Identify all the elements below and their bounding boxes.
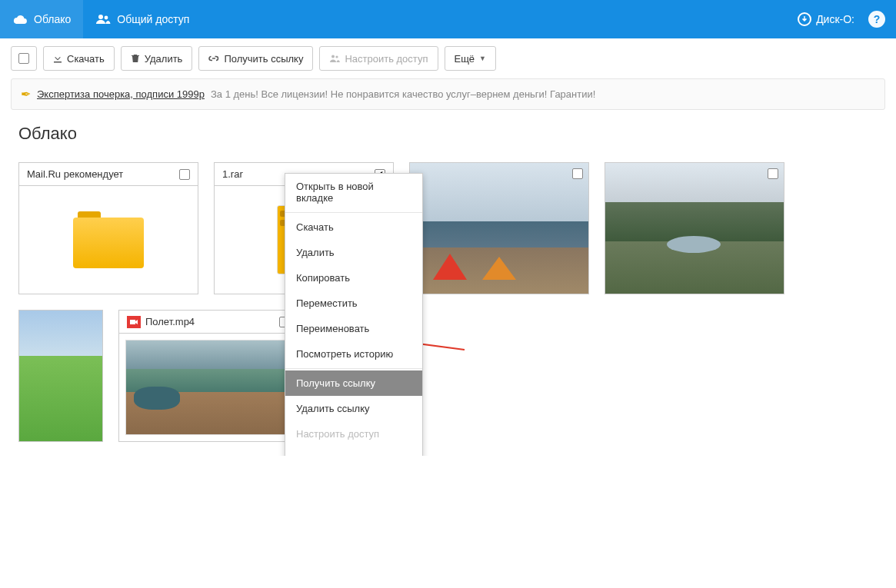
tile-checkbox[interactable] [768,168,778,179]
ad-text: За 1 день! Все лицензии! Не понравится к… [211,88,595,100]
tile-checkbox[interactable] [572,168,583,179]
ad-banner[interactable]: ✒ Экспертиза почерка, подписи 1999р За 1… [11,78,885,110]
top-nav: Облако Общий доступ Диск-О: ? [0,0,896,38]
people-small-icon [329,54,340,63]
svg-rect-4 [130,320,135,324]
toolbar: Скачать Удалить Получить ссылку Настроит… [0,38,896,78]
configure-access-label: Настроить доступ [345,53,428,65]
ctx-send-email[interactable]: Отправить по почте [285,447,422,456]
tile-photo-1[interactable] [409,162,589,294]
tile-photo-3[interactable] [18,310,103,442]
svg-point-2 [331,55,335,58]
download-button[interactable]: Скачать [43,46,115,71]
ctx-configure-access[interactable]: Настроить доступ [285,421,422,447]
photo-thumbnail [605,163,784,294]
get-link-button[interactable]: Получить ссылку [198,46,313,71]
video-thumbnail [125,340,291,435]
checkbox-icon [18,53,29,64]
ctx-copy[interactable]: Копировать [285,265,422,291]
photo-thumbnail [410,163,588,294]
delete-label: Удалить [145,53,183,65]
tile-video[interactable]: Полет.mp4 [118,310,298,442]
more-button[interactable]: Ещё ▼ [445,46,497,71]
more-label: Ещё [455,53,475,65]
trash-icon [131,54,140,63]
tab-cloud-label: Облако [34,13,71,25]
select-all-checkbox[interactable] [11,46,37,71]
svg-point-3 [336,55,338,58]
tab-shared[interactable]: Общий доступ [83,0,202,38]
svg-point-1 [105,16,108,20]
disk-o-label: Диск-О: [816,13,854,25]
feather-icon: ✒ [21,87,31,101]
file-grid: Mail.Ru рекомендует 1.rar [0,148,896,456]
delete-button[interactable]: Удалить [121,46,193,71]
caret-down-icon: ▼ [479,55,486,62]
page-title: Облако [0,113,896,148]
tile-title: Полет.mp4 [145,316,195,327]
ctx-delete-link[interactable]: Удалить ссылку [285,396,422,421]
configure-access-button[interactable]: Настроить доступ [319,46,438,71]
tab-cloud[interactable]: Облако [0,0,83,38]
ctx-open-new-tab[interactable]: Открыть в новой вкладке [285,174,422,211]
arrow-down-circle-icon [798,12,811,26]
ctx-delete[interactable]: Удалить [285,240,422,265]
photo-thumbnail [19,311,102,441]
ctx-history[interactable]: Посмотреть историю [285,341,422,367]
ctx-rename[interactable]: Переименовать [285,316,422,341]
context-menu: Открыть в новой вкладке Скачать Удалить … [285,173,423,456]
cloud-icon [12,14,28,25]
disk-o-link[interactable]: Диск-О: [790,12,862,26]
tile-recommendations[interactable]: Mail.Ru рекомендует [18,162,198,294]
video-badge-icon [127,316,141,328]
help-icon[interactable]: ? [868,11,885,28]
tile-checkbox[interactable] [179,169,190,180]
ctx-download[interactable]: Скачать [285,214,422,240]
tile-title: 1.rar [222,168,243,180]
tab-shared-label: Общий доступ [117,13,189,25]
get-link-label: Получить ссылку [224,53,303,65]
download-icon [53,54,62,63]
svg-point-0 [98,15,103,19]
ctx-move[interactable]: Переместить [285,291,422,316]
ad-link[interactable]: Экспертиза почерка, подписи 1999р [37,88,205,100]
people-icon [95,14,111,25]
tile-title: Mail.Ru рекомендует [27,168,123,180]
ctx-get-link[interactable]: Получить ссылку [285,370,422,396]
folder-icon [73,211,144,268]
tile-photo-2[interactable] [605,162,784,294]
link-icon [208,54,219,63]
download-label: Скачать [67,53,105,65]
